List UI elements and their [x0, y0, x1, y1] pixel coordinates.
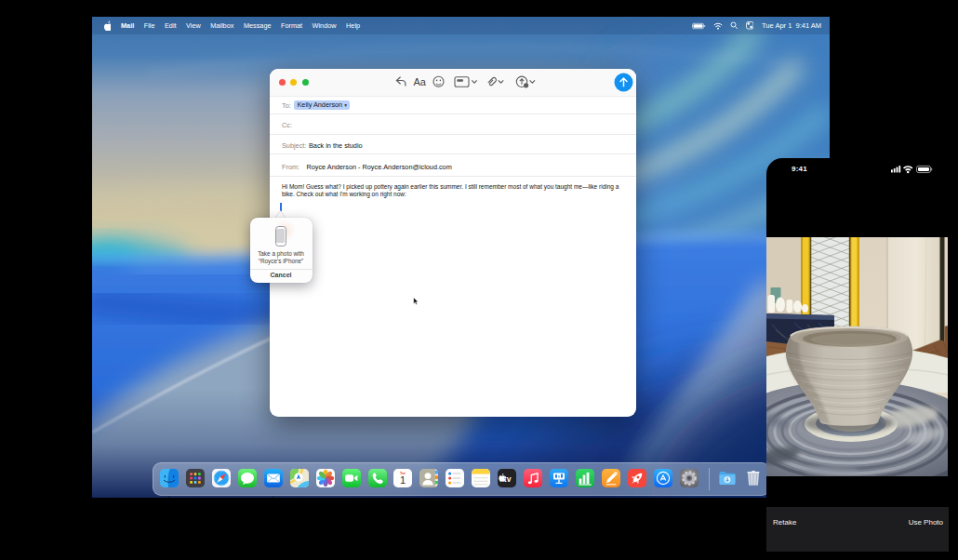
svg-text:1: 1 — [400, 474, 406, 486]
svg-text:tv: tv — [504, 474, 512, 484]
svg-text:Aa: Aa — [414, 76, 427, 87]
